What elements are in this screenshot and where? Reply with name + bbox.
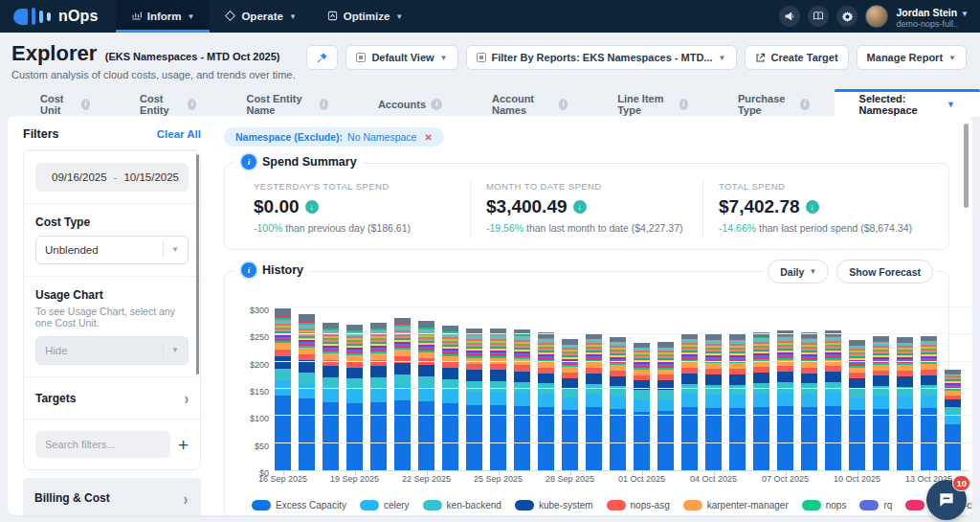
info-icon[interactable]: i <box>81 99 90 110</box>
stacked-bar-06-oct-2025[interactable] <box>753 332 769 470</box>
info-icon[interactable]: i <box>188 99 196 110</box>
tab-line-item-type[interactable]: Line Item Typei <box>592 91 713 117</box>
create-target-button[interactable]: Create Target <box>745 45 849 70</box>
nops-logo[interactable]: nOps <box>0 0 116 33</box>
targets-row[interactable]: Targets › <box>35 389 189 407</box>
usage-chart-select[interactable]: Hide ▼ <box>35 336 189 365</box>
stacked-bar-05-oct-2025[interactable] <box>729 334 746 470</box>
segment-excess-capacity <box>849 410 865 470</box>
user-avatar[interactable] <box>865 5 888 28</box>
stacked-bar-13-oct-2025[interactable] <box>921 336 937 470</box>
filter-by-reports-dropdown[interactable]: Filter By Reports: EKS Namespaces - MTD.… <box>466 45 737 70</box>
tab-purchase-type[interactable]: Purchase Typei <box>713 91 835 117</box>
add-filter-button[interactable]: + <box>178 436 189 454</box>
stacked-bar-01-oct-2025[interactable] <box>634 343 650 470</box>
segment-kube-system <box>562 378 578 388</box>
stacked-bar-28-sep-2025[interactable] <box>562 339 578 470</box>
chevron-down-icon: ▼ <box>948 54 956 62</box>
user-menu[interactable]: Jordan Stein▼ demo-nops-full.. <box>896 3 969 29</box>
legend-item-nops[interactable]: nops <box>802 500 847 511</box>
stacked-bar-26-sep-2025[interactable] <box>514 329 530 470</box>
legend-swatch <box>859 500 879 511</box>
pin-button[interactable] <box>306 45 338 70</box>
tab-accounts[interactable]: Accountsi <box>353 91 467 117</box>
legend-label: celery <box>384 500 410 511</box>
cost-type-value: Unblended <box>45 244 99 256</box>
info-icon[interactable]: i <box>800 99 809 110</box>
stacked-bar-25-sep-2025[interactable] <box>490 329 506 470</box>
segment-ken-backend <box>634 390 650 399</box>
legend-item-excess-capacity[interactable]: Excess Capacity <box>252 500 346 511</box>
stacked-bar-04-oct-2025[interactable] <box>705 334 722 470</box>
stacked-bar-11-oct-2025[interactable] <box>873 336 889 470</box>
remove-chip-icon[interactable]: ✕ <box>424 132 432 143</box>
tab-cost-entity[interactable]: Cost Entityi <box>115 91 221 117</box>
manage-report-dropdown[interactable]: Manage Report ▼ <box>857 45 967 70</box>
stacked-bar-29-sep-2025[interactable] <box>586 333 602 470</box>
clear-all-link[interactable]: Clear All <box>157 128 201 140</box>
tab-cost-entity-name[interactable]: Cost Entity Namei <box>221 91 352 117</box>
stacked-bar-18-sep-2025[interactable] <box>323 323 339 470</box>
segment-celery <box>729 395 746 407</box>
stacked-bar-22-sep-2025[interactable] <box>418 321 434 470</box>
info-icon[interactable]: i <box>431 99 442 110</box>
chart-legend: Excess Capacityceleryken-backendkube-sys… <box>238 500 935 515</box>
content-scrollbar[interactable] <box>964 124 969 208</box>
namespace-filter-chip[interactable]: Namespace (Exclude): No Namespace ✕ <box>224 127 444 147</box>
stacked-bar-09-oct-2025[interactable] <box>825 330 841 470</box>
legend-item-nops-asg[interactable]: nops-asg <box>607 500 670 511</box>
segment-celery <box>873 396 889 408</box>
settings-button[interactable] <box>836 6 858 27</box>
tab-cost-unit[interactable]: Cost Uniti <box>15 91 115 117</box>
stacked-bar-30-sep-2025[interactable] <box>610 337 626 470</box>
announcements-button[interactable] <box>779 6 800 27</box>
usage-chart-help: To see Usage Chart, select any one Cost … <box>35 306 189 329</box>
sidebar-scrollbar[interactable] <box>196 154 199 374</box>
docs-button[interactable] <box>808 6 829 27</box>
stat-delta: -14.66% than last period spend ($8,674.3… <box>719 222 920 234</box>
chat-launcher[interactable]: 10 <box>926 480 967 520</box>
legend-item-rq[interactable]: rq <box>859 500 892 511</box>
stacked-bar-14-oct-2025[interactable] <box>945 370 961 470</box>
stacked-bar-03-oct-2025[interactable] <box>681 333 698 470</box>
stacked-bar-21-sep-2025[interactable] <box>394 318 411 470</box>
show-forecast-button[interactable]: Show Forecast <box>836 260 933 284</box>
tab-selected-namespace[interactable]: Selected: Namespace▼ <box>835 89 980 117</box>
stacked-bar-23-sep-2025[interactable] <box>442 326 458 470</box>
segment-excess-capacity <box>945 424 961 470</box>
segment-celery <box>634 399 650 412</box>
tab-account-names[interactable]: Account Namesi <box>467 91 592 117</box>
legend-item-karpenter-manager[interactable]: karpenter-manager <box>683 500 789 511</box>
stacked-bar-27-sep-2025[interactable] <box>538 332 554 470</box>
info-icon[interactable]: i <box>679 99 688 110</box>
stacked-bar-08-oct-2025[interactable] <box>801 332 817 470</box>
stacked-bar-07-oct-2025[interactable] <box>777 330 793 470</box>
cost-type-select[interactable]: Unblended ▼ <box>35 236 189 264</box>
date-range-picker[interactable]: 09/16/2025 - 10/15/2025 <box>35 163 189 192</box>
stacked-bar-19-sep-2025[interactable] <box>346 325 363 470</box>
segment-others-mixed <box>562 345 578 367</box>
search-filters-input[interactable]: Search filters... <box>35 431 170 458</box>
info-icon[interactable]: i <box>241 262 256 278</box>
legend-item-kube-system[interactable]: kube-system <box>515 500 593 511</box>
legend-item-ken-backend[interactable]: ken-backend <box>423 500 501 511</box>
chevron-right-icon: › <box>184 488 188 509</box>
nav-menu-operate[interactable]: Operate▼ <box>210 0 311 33</box>
segment-celery <box>538 394 554 407</box>
logo-bar-icon <box>39 11 43 23</box>
stacked-bar-12-oct-2025[interactable] <box>897 337 913 470</box>
nav-menu-inform[interactable]: Inform▼ <box>116 0 211 33</box>
info-icon[interactable]: i <box>559 99 568 110</box>
info-icon[interactable]: i <box>320 99 328 110</box>
default-view-dropdown[interactable]: Default View ▼ <box>345 45 457 70</box>
filter-section-billing-cost[interactable]: Billing & Cost› <box>23 478 201 515</box>
segment-kube-system <box>442 368 458 378</box>
granularity-dropdown[interactable]: Daily ▼ <box>768 260 829 284</box>
info-icon[interactable]: i <box>241 154 256 170</box>
stacked-bar-24-sep-2025[interactable] <box>466 329 482 470</box>
stacked-bar-20-sep-2025[interactable] <box>370 323 387 470</box>
nav-menu-optimize[interactable]: Optimize▼ <box>312 0 418 33</box>
stacked-bar-10-oct-2025[interactable] <box>849 340 865 470</box>
legend-item-celery[interactable]: celery <box>360 500 410 511</box>
stacked-bar-17-sep-2025[interactable] <box>299 314 315 470</box>
